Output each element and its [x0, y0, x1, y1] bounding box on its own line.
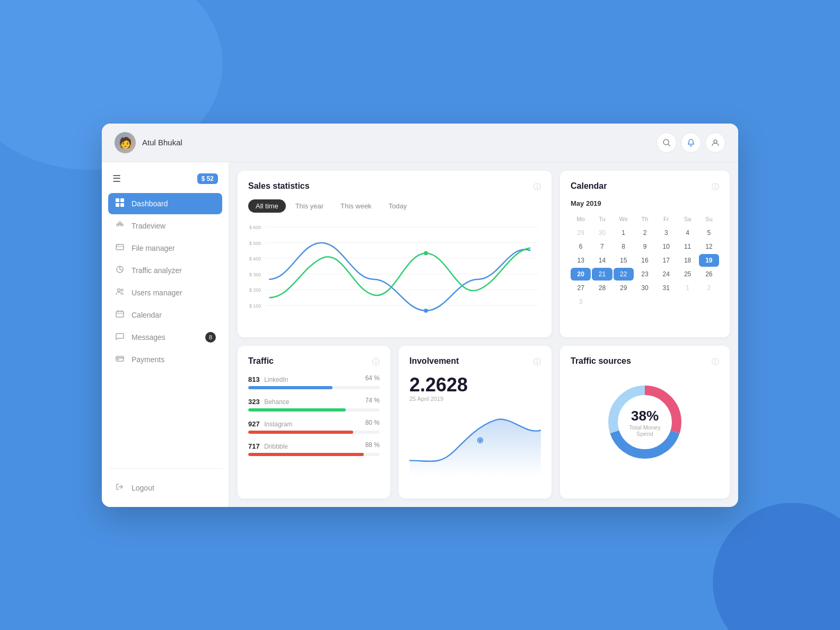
calendar-day[interactable]: 30: [592, 226, 612, 239]
notification-button[interactable]: [681, 133, 701, 153]
calendar-day[interactable]: 28: [592, 282, 612, 294]
svg-text:$ 600: $ 600: [249, 225, 261, 230]
sales-info-icon[interactable]: ⓘ: [533, 182, 541, 192]
donut-label: Total Money Spend: [624, 424, 666, 437]
calendar-day[interactable]: 5: [699, 226, 719, 239]
calendar-day[interactable]: 30: [635, 282, 655, 294]
calendar-day[interactable]: 2: [635, 226, 655, 239]
involvement-header: Involvement ⓘ: [409, 356, 541, 368]
calendar-day[interactable]: 3: [656, 226, 676, 239]
sidebar-item-traffic-analyzer[interactable]: Traffic analyzer: [108, 260, 222, 281]
involvement-info-icon[interactable]: ⓘ: [533, 357, 541, 367]
calendar-day[interactable]: 6: [571, 240, 591, 253]
balance-badge: $ 52: [197, 173, 218, 184]
sidebar-item-label: Dashboard: [132, 199, 168, 208]
calendar-day[interactable]: 11: [677, 240, 697, 253]
calendar-day[interactable]: 10: [656, 240, 676, 253]
calendar-day[interactable]: 8: [614, 240, 634, 253]
svg-rect-17: [116, 311, 124, 317]
calendar-day[interactable]: 21: [592, 268, 612, 281]
calendar-day[interactable]: 31: [656, 282, 676, 294]
sidebar-item-file-manager[interactable]: File manager: [108, 238, 222, 259]
filter-today[interactable]: Today: [381, 199, 415, 213]
svg-text:$ 200: $ 200: [249, 287, 261, 293]
logout-label: Logout: [132, 484, 154, 492]
donut-percent: 38%: [624, 408, 666, 424]
traffic-percent: 74 %: [365, 397, 380, 406]
calendar-day[interactable]: 1: [677, 282, 697, 294]
calendar-day[interactable]: 27: [571, 282, 591, 294]
sidebar-item-users-manager[interactable]: Users manager: [108, 282, 222, 303]
svg-point-16: [121, 289, 123, 291]
sidebar-item-dashboard[interactable]: Dashboard: [108, 193, 222, 214]
svg-point-2: [714, 140, 717, 143]
calendar-day[interactable]: 15: [614, 254, 634, 267]
logout-icon: [115, 483, 125, 493]
sidebar-item-label: Traffic analyzer: [132, 266, 182, 275]
messages-icon: [115, 332, 125, 343]
sidebar-header: ☰ $ 52: [108, 171, 222, 193]
progress-bar-fill: [248, 453, 364, 456]
filter-all-time[interactable]: All time: [248, 199, 286, 213]
calendar-day[interactable]: 19: [699, 254, 719, 267]
sales-chart: $ 600 $ 500 $ 400 $ 300 $ 200 $ 100: [248, 221, 541, 317]
header-actions: [657, 133, 725, 153]
sidebar-item-label: Messages: [132, 333, 165, 342]
sidebar-item-logout[interactable]: Logout: [108, 477, 222, 498]
progress-bar-fill: [248, 386, 332, 389]
filter-this-year[interactable]: This year: [288, 199, 331, 213]
svg-rect-3: [116, 198, 119, 202]
users-manager-icon: [115, 287, 125, 298]
cal-header-th: Th: [635, 214, 655, 224]
calendar-day[interactable]: 13: [571, 254, 591, 267]
traffic-label: Behance: [264, 398, 289, 406]
calendar-day[interactable]: 12: [699, 240, 719, 253]
cal-header-we: We: [614, 214, 634, 224]
calendar-grid: Mo Tu We Th Fr Sa Su: [571, 214, 719, 224]
sidebar-item-label: File manager: [132, 244, 175, 252]
calendar-day[interactable]: 23: [635, 268, 655, 281]
calendar-day[interactable]: 17: [656, 254, 676, 267]
time-filters: All time This year This week Today: [248, 199, 541, 213]
calendar-day[interactable]: 24: [656, 268, 676, 281]
sources-header: Traffic sources ⓘ: [571, 356, 719, 368]
calendar-day[interactable]: 25: [677, 268, 697, 281]
calendar-day[interactable]: 2: [699, 282, 719, 294]
calendar-day[interactable]: 7: [592, 240, 612, 253]
involvement-card: Involvement ⓘ 2.2628 25 April 2019: [399, 346, 552, 498]
sidebar-item-messages[interactable]: Messages 8: [108, 327, 222, 348]
filter-this-week[interactable]: This week: [333, 199, 379, 213]
sidebar: ☰ $ 52 Dashboard: [102, 162, 229, 507]
sidebar-item-tradeview[interactable]: Tradeview: [108, 215, 222, 237]
calendar-day[interactable]: 26: [699, 268, 719, 281]
user-name: Atul Bhukal: [142, 138, 182, 147]
calendar-info-icon[interactable]: ⓘ: [712, 182, 719, 192]
sources-info-icon[interactable]: ⓘ: [712, 357, 719, 367]
traffic-count: 323: [248, 398, 260, 406]
donut-container: 38% Total Money Spend: [571, 374, 719, 470]
main-layout: ☰ $ 52 Dashboard: [102, 162, 738, 507]
calendar-day[interactable]: 29: [571, 226, 591, 239]
traffic-count: 927: [248, 420, 260, 428]
sidebar-item-label: Calendar: [132, 311, 162, 319]
calendar-day[interactable]: 3: [571, 295, 591, 308]
hamburger-icon[interactable]: ☰: [112, 173, 121, 185]
calendar-day[interactable]: 29: [614, 282, 634, 294]
search-button[interactable]: [657, 133, 677, 153]
sidebar-item-calendar[interactable]: Calendar: [108, 304, 222, 326]
calendar-day[interactable]: 9: [635, 240, 655, 253]
calendar-day[interactable]: 22: [614, 268, 634, 281]
involvement-chart-svg: [409, 408, 541, 477]
calendar-day[interactable]: 18: [677, 254, 697, 267]
calendar-day[interactable]: 4: [677, 226, 697, 239]
svg-text:$ 500: $ 500: [249, 240, 261, 246]
user-button[interactable]: [705, 133, 725, 153]
file-manager-icon: [115, 243, 125, 253]
traffic-info-icon[interactable]: ⓘ: [372, 357, 380, 367]
content-area: Sales statistics ⓘ All time This year Th…: [229, 162, 738, 507]
calendar-day[interactable]: 16: [635, 254, 655, 267]
calendar-day[interactable]: 1: [614, 226, 634, 239]
calendar-day[interactable]: 20: [571, 268, 591, 281]
sidebar-item-payments[interactable]: Payments: [108, 349, 222, 370]
calendar-day[interactable]: 14: [592, 254, 612, 267]
